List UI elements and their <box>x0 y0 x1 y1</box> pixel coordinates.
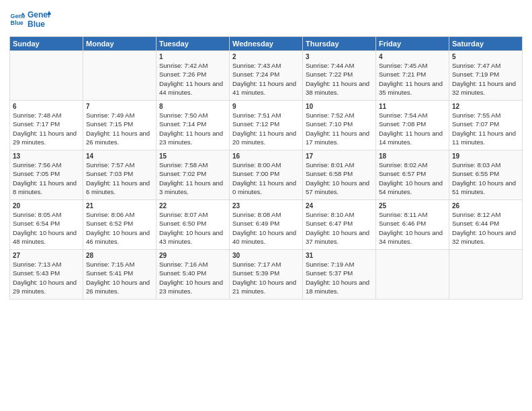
calendar-cell <box>83 51 157 101</box>
day-number: 30 <box>232 252 300 259</box>
calendar-cell: 5Sunrise: 7:47 AMSunset: 7:19 PMDaylight… <box>449 51 523 101</box>
calendar-cell: 28Sunrise: 7:15 AMSunset: 5:41 PMDayligh… <box>83 250 157 300</box>
day-info: Sunrise: 7:16 AMSunset: 5:40 PMDaylight:… <box>159 260 226 295</box>
calendar-cell: 25Sunrise: 8:11 AMSunset: 6:46 PMDayligh… <box>376 200 449 250</box>
day-info: Sunrise: 8:07 AMSunset: 6:50 PMDaylight:… <box>159 210 226 246</box>
day-number: 2 <box>232 53 300 60</box>
calendar-cell: 10Sunrise: 7:52 AMSunset: 7:10 PMDayligh… <box>303 101 376 150</box>
day-number: 31 <box>306 252 373 259</box>
day-info: Sunrise: 8:05 AMSunset: 6:54 PMDaylight:… <box>13 210 80 246</box>
day-info: Sunrise: 8:02 AMSunset: 6:57 PMDaylight:… <box>379 161 446 196</box>
day-info: Sunrise: 7:15 AMSunset: 5:41 PMDaylight:… <box>86 260 153 295</box>
calendar-cell <box>376 250 449 300</box>
day-number: 8 <box>159 103 226 110</box>
svg-text:Blue: Blue <box>28 19 45 29</box>
day-number: 13 <box>13 152 80 160</box>
day-number: 20 <box>13 202 80 210</box>
day-header: Monday <box>83 37 157 51</box>
day-number: 7 <box>86 103 153 110</box>
day-info: Sunrise: 7:45 AMSunset: 7:21 PMDaylight:… <box>379 61 446 97</box>
calendar-cell: 20Sunrise: 8:05 AMSunset: 6:54 PMDayligh… <box>10 200 83 250</box>
day-info: Sunrise: 8:00 AMSunset: 7:00 PMDaylight:… <box>232 161 300 196</box>
day-info: Sunrise: 7:56 AMSunset: 7:05 PMDaylight:… <box>13 161 80 196</box>
calendar-cell <box>10 51 83 101</box>
day-number: 26 <box>452 202 519 210</box>
day-number: 10 <box>306 103 373 110</box>
day-info: Sunrise: 7:44 AMSunset: 7:22 PMDaylight:… <box>306 61 373 97</box>
day-header: Wednesday <box>230 37 303 51</box>
calendar-cell: 16Sunrise: 8:00 AMSunset: 7:00 PMDayligh… <box>230 150 303 200</box>
calendar-cell: 30Sunrise: 7:17 AMSunset: 5:39 PMDayligh… <box>230 250 303 300</box>
calendar-cell: 19Sunrise: 8:03 AMSunset: 6:55 PMDayligh… <box>449 150 523 200</box>
svg-text:Blue: Blue <box>11 19 24 26</box>
day-number: 14 <box>86 152 153 160</box>
calendar-cell: 27Sunrise: 7:13 AMSunset: 5:43 PMDayligh… <box>10 250 83 300</box>
day-info: Sunrise: 8:11 AMSunset: 6:46 PMDaylight:… <box>379 210 446 246</box>
calendar-cell: 29Sunrise: 7:16 AMSunset: 5:40 PMDayligh… <box>157 250 230 300</box>
calendar-cell: 15Sunrise: 7:58 AMSunset: 7:02 PMDayligh… <box>157 150 230 200</box>
day-info: Sunrise: 7:47 AMSunset: 7:19 PMDaylight:… <box>452 61 519 97</box>
day-number: 28 <box>86 252 153 259</box>
calendar-cell: 22Sunrise: 8:07 AMSunset: 6:50 PMDayligh… <box>157 200 230 250</box>
day-info: Sunrise: 7:55 AMSunset: 7:07 PMDaylight:… <box>452 111 519 146</box>
calendar-cell: 4Sunrise: 7:45 AMSunset: 7:21 PMDaylight… <box>376 51 449 101</box>
day-number: 17 <box>306 152 373 160</box>
day-number: 23 <box>232 202 300 210</box>
day-info: Sunrise: 7:17 AMSunset: 5:39 PMDaylight:… <box>232 260 300 295</box>
day-number: 15 <box>159 152 226 160</box>
day-number: 22 <box>159 202 226 210</box>
day-info: Sunrise: 7:50 AMSunset: 7:14 PMDaylight:… <box>159 111 226 146</box>
day-header: Friday <box>376 37 449 51</box>
calendar-cell: 31Sunrise: 7:19 AMSunset: 5:37 PMDayligh… <box>303 250 376 300</box>
day-info: Sunrise: 7:48 AMSunset: 7:17 PMDaylight:… <box>13 111 80 146</box>
calendar-week-row: 20Sunrise: 8:05 AMSunset: 6:54 PMDayligh… <box>10 200 523 250</box>
day-number: 11 <box>379 103 446 110</box>
day-header: Sunday <box>10 37 83 51</box>
day-number: 21 <box>86 202 153 210</box>
calendar-cell: 2Sunrise: 7:43 AMSunset: 7:24 PMDaylight… <box>230 51 303 101</box>
day-header: Thursday <box>303 37 376 51</box>
header: General Blue General Blue <box>9 7 523 31</box>
day-info: Sunrise: 7:54 AMSunset: 7:08 PMDaylight:… <box>379 111 446 146</box>
calendar-cell <box>449 250 523 300</box>
calendar-cell: 3Sunrise: 7:44 AMSunset: 7:22 PMDaylight… <box>303 51 376 101</box>
calendar-cell: 1Sunrise: 7:42 AMSunset: 7:26 PMDaylight… <box>157 51 230 101</box>
calendar-cell: 13Sunrise: 7:56 AMSunset: 7:05 PMDayligh… <box>10 150 83 200</box>
day-info: Sunrise: 8:03 AMSunset: 6:55 PMDaylight:… <box>452 161 519 196</box>
day-info: Sunrise: 8:12 AMSunset: 6:44 PMDaylight:… <box>452 210 519 246</box>
calendar-week-row: 27Sunrise: 7:13 AMSunset: 5:43 PMDayligh… <box>10 250 523 300</box>
calendar-cell: 14Sunrise: 7:57 AMSunset: 7:03 PMDayligh… <box>83 150 157 200</box>
day-number: 3 <box>306 53 373 60</box>
calendar-week-row: 13Sunrise: 7:56 AMSunset: 7:05 PMDayligh… <box>10 150 523 200</box>
page: General Blue General Blue SundayMonday <box>0 0 532 411</box>
day-number: 29 <box>159 252 226 259</box>
day-number: 9 <box>232 103 300 110</box>
day-info: Sunrise: 7:42 AMSunset: 7:26 PMDaylight:… <box>159 61 226 97</box>
day-number: 1 <box>159 53 226 60</box>
calendar-cell: 8Sunrise: 7:50 AMSunset: 7:14 PMDaylight… <box>157 101 230 150</box>
calendar-cell: 11Sunrise: 7:54 AMSunset: 7:08 PMDayligh… <box>376 101 449 150</box>
day-header: Saturday <box>449 37 523 51</box>
calendar-cell: 24Sunrise: 8:10 AMSunset: 6:47 PMDayligh… <box>303 200 376 250</box>
calendar-cell: 12Sunrise: 7:55 AMSunset: 7:07 PMDayligh… <box>449 101 523 150</box>
day-info: Sunrise: 7:49 AMSunset: 7:15 PMDaylight:… <box>86 111 153 146</box>
day-info: Sunrise: 8:06 AMSunset: 6:52 PMDaylight:… <box>86 210 153 246</box>
calendar-cell: 26Sunrise: 8:12 AMSunset: 6:44 PMDayligh… <box>449 200 523 250</box>
calendar-cell: 7Sunrise: 7:49 AMSunset: 7:15 PMDaylight… <box>83 101 157 150</box>
day-number: 5 <box>452 53 519 60</box>
day-number: 4 <box>379 53 446 60</box>
day-number: 27 <box>13 252 80 259</box>
day-number: 6 <box>13 103 80 110</box>
day-info: Sunrise: 7:58 AMSunset: 7:02 PMDaylight:… <box>159 161 226 196</box>
day-number: 25 <box>379 202 446 210</box>
day-info: Sunrise: 7:13 AMSunset: 5:43 PMDaylight:… <box>13 260 80 295</box>
day-header: Tuesday <box>157 37 230 51</box>
day-info: Sunrise: 7:43 AMSunset: 7:24 PMDaylight:… <box>232 61 300 97</box>
day-info: Sunrise: 7:57 AMSunset: 7:03 PMDaylight:… <box>86 161 153 196</box>
calendar-cell: 23Sunrise: 8:08 AMSunset: 6:49 PMDayligh… <box>230 200 303 250</box>
day-info: Sunrise: 7:51 AMSunset: 7:12 PMDaylight:… <box>232 111 300 146</box>
day-number: 16 <box>232 152 300 160</box>
logo: General Blue General Blue <box>9 7 51 31</box>
day-number: 12 <box>452 103 519 110</box>
day-number: 19 <box>452 152 519 160</box>
